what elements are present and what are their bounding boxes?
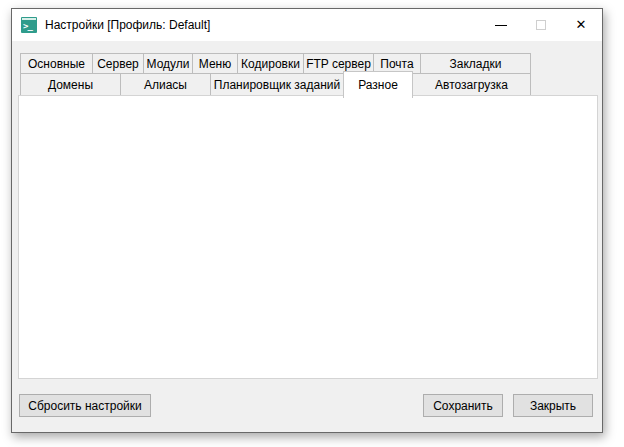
tab-menu[interactable]: Меню <box>192 53 238 74</box>
tab-row-1: Основные Сервер Модули Меню Кодировки FT… <box>12 53 604 74</box>
tab-avtozagruzka[interactable]: Автозагрузка <box>412 73 531 96</box>
terminal-icon-glyph: >_ <box>23 21 32 31</box>
tab-kodirovki[interactable]: Кодировки <box>237 53 304 74</box>
terminal-app-icon: >_ <box>21 17 37 33</box>
close-button[interactable]: ✕ <box>561 9 601 41</box>
tab-page-raznoe <box>18 95 598 379</box>
tab-moduli[interactable]: Модули <box>143 53 193 74</box>
tab-raznoe-active[interactable]: Разное <box>343 71 413 98</box>
maximize-icon <box>536 20 546 30</box>
tab-planirovshchik[interactable]: Планировщик заданий <box>210 73 344 96</box>
maximize-button <box>521 9 561 41</box>
close-dialog-button[interactable]: Закрыть <box>513 394 593 417</box>
settings-window: >_ Настройки [Профиль: Default] ✕ Основн… <box>11 8 603 433</box>
close-icon: ✕ <box>561 9 601 41</box>
reset-settings-button[interactable]: Сбросить настройки <box>19 394 151 417</box>
minimize-button[interactable] <box>481 9 521 41</box>
tab-aliasy[interactable]: Алиасы <box>120 73 211 96</box>
screen: >_ Настройки [Профиль: Default] ✕ Основн… <box>0 0 624 447</box>
window-title: Настройки [Профиль: Default] <box>45 9 210 41</box>
caption-buttons: ✕ <box>481 9 601 41</box>
save-button[interactable]: Сохранить <box>423 394 503 417</box>
minimize-icon <box>495 25 507 26</box>
titlebar[interactable]: >_ Настройки [Профиль: Default] ✕ <box>12 9 602 41</box>
tab-zakladki[interactable]: Закладки <box>420 53 531 74</box>
tab-domeny[interactable]: Домены <box>20 73 121 96</box>
tab-server[interactable]: Сервер <box>92 53 144 74</box>
tab-osnovnye[interactable]: Основные <box>20 53 93 74</box>
terminal-icon-chrome <box>22 18 36 20</box>
tab-row-2: Домены Алиасы Планировщик заданий Разное… <box>12 73 604 96</box>
